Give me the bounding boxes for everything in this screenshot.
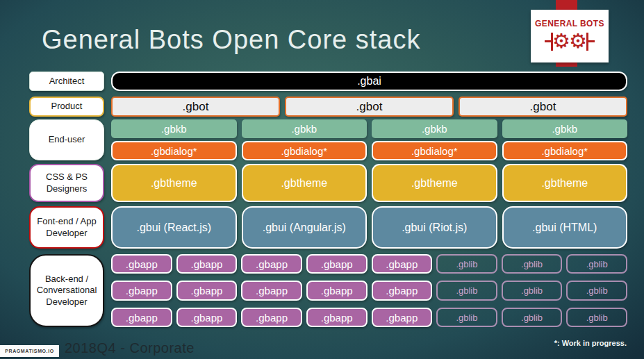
gblib-box: .gblib xyxy=(436,281,497,301)
gbui-angular-box: .gbui (Angular.js) xyxy=(242,206,368,249)
gbapp-box: .gbapp xyxy=(372,308,433,327)
gbapp-box: .gbapp xyxy=(306,308,368,327)
gbot-box: .gbot xyxy=(459,97,627,117)
gblib-box: .gblib xyxy=(502,254,563,274)
logo-line-right xyxy=(588,40,595,42)
gbdialog-box: .gbdialog* xyxy=(111,141,237,160)
gblib-box: .gblib xyxy=(502,308,563,327)
gbdialog-box: .gbdialog* xyxy=(372,141,497,160)
gbai-box: .gbai xyxy=(111,72,627,91)
gbtheme-box: .gbtheme xyxy=(242,164,368,202)
gbapp-box: .gbapp xyxy=(111,308,172,327)
gbkb-row: .gbkb .gbkb .gbkb .gbkb xyxy=(111,119,627,138)
role-label-product: Product xyxy=(29,97,104,117)
gbai-row: .gbai xyxy=(111,72,627,91)
footer-date-label: 2018Q4 - Corporate xyxy=(65,340,195,356)
gbot-row: .gbot .gbot .gbot xyxy=(111,97,627,117)
logo-brand-text: GENERAL BOTS xyxy=(535,19,604,28)
gbapp-box: .gbapp xyxy=(241,254,302,274)
gears-logo-icon: ⚙ ⚙ xyxy=(545,29,595,54)
gblib-box: .gblib xyxy=(436,308,497,327)
gbapp-box: .gbapp xyxy=(306,281,368,301)
gbapp-box: .gbapp xyxy=(372,281,433,301)
gbdialog-box: .gbdialog* xyxy=(242,141,368,160)
gbtheme-box: .gbtheme xyxy=(372,164,497,202)
gblib-box: .gblib xyxy=(566,308,627,327)
gbapp-box: .gbapp xyxy=(241,308,302,327)
gbkb-box: .gbkb xyxy=(372,119,497,138)
role-label-backend-conversational-developer: Back-end / Conversational Developer xyxy=(29,254,104,327)
gbot-box: .gbot xyxy=(111,97,280,117)
gbapp-gblib-row: .gbapp .gbapp .gbapp .gbapp .gbapp .gbli… xyxy=(111,281,627,301)
slide-canvas: General Bots Open Core stack GENERAL BOT… xyxy=(0,0,644,359)
gbdialog-row: .gbdialog* .gbdialog* .gbdialog* .gbdial… xyxy=(111,141,627,160)
gbtheme-row: .gbtheme .gbtheme .gbtheme .gbtheme xyxy=(111,164,627,202)
gbapp-box: .gbapp xyxy=(111,281,172,301)
gbapp-box: .gbapp xyxy=(176,281,238,301)
general-bots-logo: GENERAL BOTS ⚙ ⚙ xyxy=(531,10,609,62)
role-label-architect: Architect xyxy=(29,72,104,91)
logo-line-left xyxy=(545,40,551,42)
gbtheme-box: .gbtheme xyxy=(111,164,237,202)
gbapp-box: .gbapp xyxy=(176,254,238,274)
gbapp-box: .gbapp xyxy=(176,308,238,327)
gear-icon: ⚙ xyxy=(569,31,587,51)
gbkb-box: .gbkb xyxy=(502,119,628,138)
gbapp-gblib-row: .gbapp .gbapp .gbapp .gbapp .gbapp .gbli… xyxy=(111,308,627,327)
role-label-css-ps-designers: CSS & PS Designers xyxy=(29,164,104,202)
gbkb-box: .gbkb xyxy=(111,119,237,138)
gblib-box: .gblib xyxy=(566,281,627,301)
page-title: General Bots Open Core stack xyxy=(42,25,420,55)
gbui-html-box: .gbui (HTML) xyxy=(502,206,628,249)
gbapp-box: .gbapp xyxy=(241,281,302,301)
gblib-box: .gblib xyxy=(436,254,497,274)
gbdialog-box: .gbdialog* xyxy=(502,141,628,160)
gblib-box: .gblib xyxy=(502,281,563,301)
work-in-progress-note: *: Work in progress. xyxy=(554,339,627,347)
gbui-react-box: .gbui (React.js) xyxy=(111,206,237,249)
gbkb-box: .gbkb xyxy=(242,119,368,138)
gbui-row: .gbui (React.js) .gbui (Angular.js) .gbu… xyxy=(111,206,627,249)
role-label-end-user: End-user xyxy=(29,119,104,160)
role-label-frontend-app-developer: Font-end / App Developer xyxy=(29,206,104,249)
gbapp-box: .gbapp xyxy=(372,254,433,274)
gblib-box: .gblib xyxy=(566,254,627,274)
gbapp-gblib-row: .gbapp .gbapp .gbapp .gbapp .gbapp .gbli… xyxy=(111,254,627,274)
gbot-box: .gbot xyxy=(285,97,454,117)
gbtheme-box: .gbtheme xyxy=(502,164,628,202)
gbapp-box: .gbapp xyxy=(111,254,172,274)
gbui-riot-box: .gbui (Riot.js) xyxy=(372,206,497,249)
gbapp-box: .gbapp xyxy=(306,254,368,274)
gear-icon: ⚙ xyxy=(552,31,570,51)
pragmatismo-logo: PRAGMATISMO.IO xyxy=(0,345,59,357)
